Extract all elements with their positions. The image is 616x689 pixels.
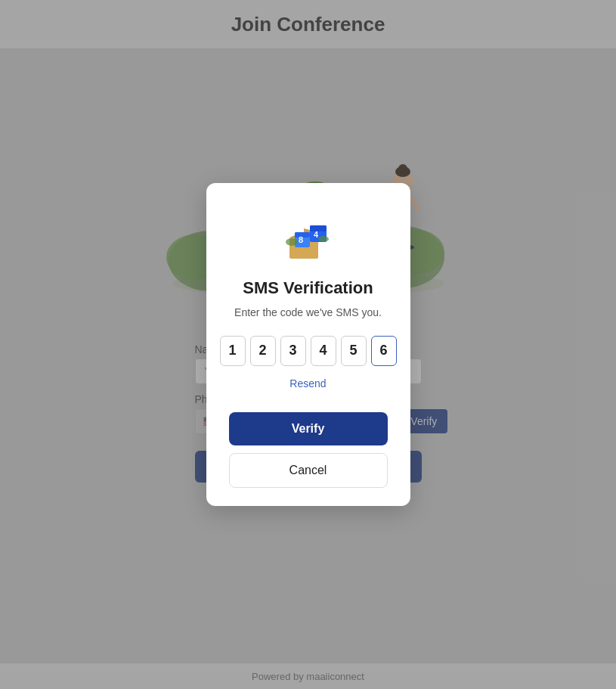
modal-title: SMS Verification [229, 278, 388, 298]
code-digit-2[interactable] [250, 336, 276, 366]
svg-point-34 [286, 238, 298, 246]
modal-cancel-button[interactable]: Cancel [229, 453, 388, 488]
code-digit-6[interactable] [371, 336, 397, 366]
code-inputs [229, 336, 388, 366]
svg-text:4: 4 [314, 230, 319, 239]
code-digit-3[interactable] [280, 336, 306, 366]
modal-verify-button[interactable]: Verify [229, 412, 388, 445]
svg-point-35 [318, 236, 329, 242]
modal-subtitle: Enter the code we've SMS you. [229, 306, 388, 321]
code-digit-5[interactable] [341, 336, 367, 366]
code-digit-1[interactable] [220, 336, 246, 366]
resend-link[interactable]: Resend [289, 377, 326, 390]
svg-text:8: 8 [299, 235, 303, 244]
modal-icon: 4 8 [278, 206, 339, 266]
code-digit-4[interactable] [311, 336, 336, 366]
modal-overlay: 4 8 SMS Verification Enter the code we'v… [0, 0, 616, 689]
sms-verification-modal: 4 8 SMS Verification Enter the code we'v… [206, 183, 410, 506]
